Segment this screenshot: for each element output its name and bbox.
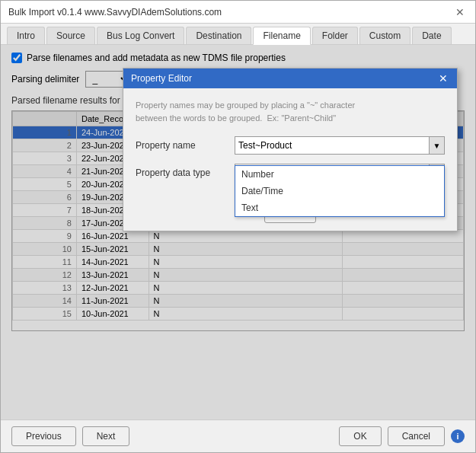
property-name-combo[interactable]: ▼ [235,136,445,155]
property-data-type-field: Property data type ▼ Number Date/Time Te… [136,164,445,182]
modal-hint: Property names may be grouped by placing… [136,99,445,124]
footer-left: Previous Next [11,426,129,446]
previous-button[interactable]: Previous [11,426,76,446]
tab-source[interactable]: Source [46,27,95,44]
footer-right: OK Cancel i [339,426,465,446]
property-editor-modal: Property Editor ✕ Property names may be … [123,68,458,231]
tab-custom[interactable]: Custom [359,27,411,44]
tab-date[interactable]: Date [412,27,451,44]
modal-overlay: Property Editor ✕ Property names may be … [1,45,475,420]
info-icon[interactable]: i [451,429,465,443]
tab-destination[interactable]: Destination [186,27,251,44]
property-name-input[interactable] [235,139,429,152]
tab-intro[interactable]: Intro [7,27,45,44]
cancel-button[interactable]: Cancel [388,426,445,446]
modal-close-button[interactable]: ✕ [437,72,449,85]
tab-folder[interactable]: Folder [312,27,358,44]
property-data-type-container: ▼ Number Date/Time Text [235,164,445,182]
dropdown-option-number[interactable]: Number [235,166,444,183]
title-bar: Bulk Import v0.1.4 www.SavvyDIAdemSoluti… [1,1,475,24]
next-button[interactable]: Next [82,426,130,446]
property-name-dropdown-btn[interactable]: ▼ [429,137,444,154]
modal-title-bar: Property Editor ✕ [123,69,457,88]
property-name-field: Property name ▼ [136,136,445,155]
window-title: Bulk Import v0.1.4 www.SavvyDIAdemSoluti… [8,7,222,18]
property-data-type-dropdown-list: Number Date/Time Text [235,165,445,217]
ok-button[interactable]: OK [339,426,381,446]
property-name-label: Property name [136,140,235,151]
window-close-button[interactable]: ✕ [452,6,468,18]
dropdown-option-text[interactable]: Text [235,199,444,216]
tab-filename[interactable]: Filename [253,27,310,45]
tab-bus-log-convert[interactable]: Bus Log Convert [97,27,184,44]
dropdown-option-datetime[interactable]: Date/Time [235,183,444,199]
tab-bar: Intro Source Bus Log Convert Destination… [1,24,475,45]
main-window: Bulk Import v0.1.4 www.SavvyDIAdemSoluti… [0,0,476,453]
property-data-type-label: Property data type [136,167,235,178]
main-content: Parse filenames and add metadata as new … [1,45,475,420]
footer: Previous Next OK Cancel i [1,420,475,452]
modal-title: Property Editor [131,73,192,84]
modal-body: Property names may be grouped by placing… [123,88,457,199]
